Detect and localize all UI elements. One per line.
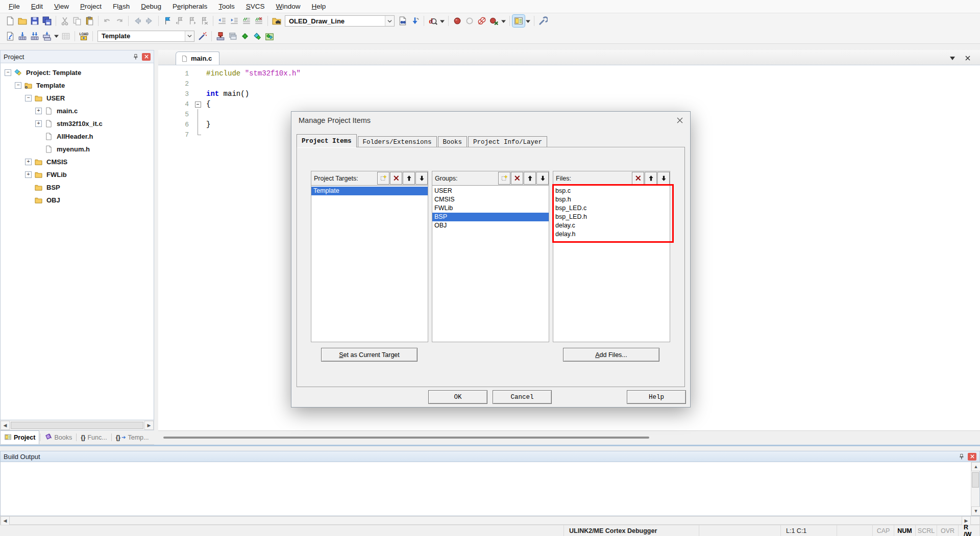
- delete-icon[interactable]: [390, 172, 402, 185]
- save-icon[interactable]: [29, 15, 41, 27]
- list-item-obj[interactable]: OBJ: [432, 221, 549, 230]
- column-list[interactable]: USERCMSISFWLibBSPOBJ: [432, 185, 549, 342]
- redo-icon[interactable]: [113, 15, 126, 27]
- workspace-tab-project[interactable]: Project: [0, 430, 39, 444]
- configure-wrench-icon[interactable]: [537, 15, 549, 27]
- dialog-tab-project-items[interactable]: Project Items: [297, 134, 357, 147]
- bookmark-toggle-icon[interactable]: [161, 15, 174, 27]
- tree-item-allheader-h[interactable]: AllHeader.h: [1, 130, 154, 143]
- tree-item-obj[interactable]: OBJ: [1, 194, 154, 207]
- list-item-bsp-led-h[interactable]: bsp_LED.h: [553, 213, 670, 221]
- select-packs-icon[interactable]: [263, 30, 276, 42]
- manage-rte-icon[interactable]: [239, 30, 251, 42]
- set-as-current-target-button[interactable]: Set as Current Target: [321, 348, 418, 362]
- indent-icon[interactable]: [228, 15, 240, 27]
- paste-icon[interactable]: [83, 15, 95, 27]
- list-item-bsp-c[interactable]: bsp.c: [553, 187, 670, 195]
- vertical-splitter[interactable]: [154, 50, 158, 445]
- find-in-document-icon[interactable]: [397, 15, 409, 27]
- tree-expander-icon[interactable]: +: [25, 159, 32, 165]
- tree-item-myenum-h[interactable]: myenum.h: [1, 143, 154, 156]
- dialog-tab-books[interactable]: Books: [438, 136, 468, 147]
- new-item-icon[interactable]: [498, 172, 510, 185]
- tree-expander-icon[interactable]: −: [5, 69, 11, 76]
- find-in-files-icon[interactable]: [271, 15, 283, 27]
- menu-flash[interactable]: Flash: [107, 1, 135, 12]
- dropdown-arrow-icon[interactable]: [500, 15, 507, 27]
- fold-minus-icon[interactable]: [194, 99, 202, 109]
- tree-item-template[interactable]: −Template: [1, 79, 154, 92]
- help-button[interactable]: Help: [627, 390, 686, 404]
- workspace-tab-temp[interactable]: {}➔Temp...: [112, 430, 153, 444]
- nav-back-icon[interactable]: [131, 15, 143, 27]
- menu-tools[interactable]: Tools: [213, 1, 240, 12]
- jump-to-icon[interactable]: [409, 15, 421, 27]
- scroll-left-icon[interactable]: ◀: [1, 421, 10, 430]
- menu-file[interactable]: File: [3, 1, 26, 12]
- close-panel-icon[interactable]: [142, 53, 151, 61]
- build-output-hscrollbar[interactable]: ◀ ▶: [0, 516, 980, 525]
- vscroll-thumb[interactable]: [972, 472, 979, 488]
- tree-expander-icon[interactable]: −: [15, 82, 21, 89]
- tab-main-c[interactable]: main.c: [176, 52, 219, 65]
- tree-expander-icon[interactable]: +: [35, 120, 42, 127]
- books-window-icon[interactable]: [227, 30, 239, 42]
- tree-item-fwlib[interactable]: +FWLib: [1, 168, 154, 181]
- uncomment-icon[interactable]: [253, 15, 265, 27]
- menu-window[interactable]: Window: [271, 1, 306, 12]
- tab-list-dropdown-icon[interactable]: [948, 54, 957, 62]
- menu-project[interactable]: Project: [75, 1, 107, 12]
- project-window-toggle-icon[interactable]: [512, 15, 525, 27]
- column-list[interactable]: Template: [311, 185, 428, 342]
- debug-session-icon[interactable]: d: [427, 15, 439, 27]
- dialog-tab-folders-extensions[interactable]: Folders/Extensions: [358, 136, 437, 147]
- move-up-icon[interactable]: [645, 172, 657, 185]
- delete-icon[interactable]: [511, 172, 523, 185]
- rebuild-all-icon[interactable]: [29, 30, 41, 42]
- list-item-delay-h[interactable]: delay.h: [553, 230, 670, 239]
- project-panel-hscrollbar[interactable]: ◀ ▶: [0, 420, 154, 430]
- tree-expander-icon[interactable]: +: [35, 108, 42, 114]
- open-folder-icon[interactable]: [16, 15, 29, 27]
- translate-file-icon[interactable]: [4, 30, 16, 42]
- list-item-user[interactable]: USER: [432, 187, 549, 195]
- build-panel-splitter[interactable]: [0, 445, 980, 451]
- menu-edit[interactable]: Edit: [26, 1, 48, 12]
- scroll-up-icon[interactable]: ▲: [971, 462, 980, 471]
- combo-dropdown-icon[interactable]: [185, 31, 194, 41]
- list-item-bsp[interactable]: BSP: [432, 213, 549, 221]
- tree-item-stm32f10x-it-c[interactable]: +stm32f10x_it.c: [1, 117, 154, 130]
- cut-icon[interactable]: [59, 15, 71, 27]
- ok-button[interactable]: OK: [428, 390, 487, 404]
- bookmark-clear-icon[interactable]: [198, 15, 210, 27]
- tree-item-user[interactable]: −USER: [1, 92, 154, 105]
- delete-icon[interactable]: [632, 172, 644, 185]
- outdent-icon[interactable]: [216, 15, 228, 27]
- pin-icon[interactable]: [957, 452, 966, 461]
- breakpoint-insert-icon[interactable]: [451, 15, 463, 27]
- dialog-tab-project-info-layer[interactable]: Project Info/Layer: [468, 136, 547, 147]
- move-up-icon[interactable]: [524, 172, 536, 185]
- menu-debug[interactable]: Debug: [135, 1, 167, 12]
- tree-item-cmsis[interactable]: +CMSIS: [1, 156, 154, 168]
- close-panel-icon[interactable]: [968, 453, 976, 461]
- file-extensions-icon[interactable]: [214, 30, 227, 42]
- build-output-content[interactable]: ▲ ▼: [0, 462, 980, 516]
- list-item-bsp-led-c[interactable]: bsp_LED.c: [553, 204, 670, 213]
- tree-item-bsp[interactable]: BSP: [1, 181, 154, 194]
- new-file-icon[interactable]: [4, 15, 16, 27]
- workspace-tab-func[interactable]: {}Func...: [77, 430, 111, 444]
- menu-help[interactable]: Help: [306, 1, 332, 12]
- menu-svcs[interactable]: SVCS: [240, 1, 271, 12]
- menu-peripherals[interactable]: Peripherals: [167, 1, 213, 12]
- move-down-icon[interactable]: [536, 172, 549, 185]
- options-wand-icon[interactable]: [197, 30, 209, 42]
- new-item-icon[interactable]: [377, 172, 389, 185]
- dropdown-arrow-icon[interactable]: [53, 30, 60, 42]
- batch-build-icon[interactable]: [41, 30, 53, 42]
- combo-dropdown-icon[interactable]: [385, 16, 394, 26]
- list-item-cmsis[interactable]: CMSIS: [432, 195, 549, 204]
- nav-forward-icon[interactable]: [143, 15, 156, 27]
- comment-icon[interactable]: [240, 15, 253, 27]
- target-combo[interactable]: Template: [97, 31, 194, 42]
